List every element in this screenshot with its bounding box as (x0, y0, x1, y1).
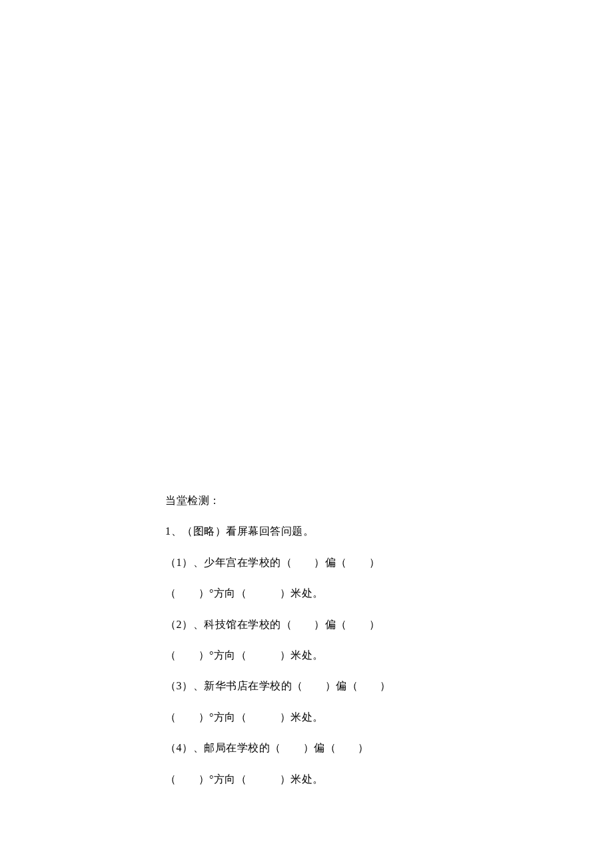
item-4-line-1: （4）、邮局在学校的（ ）偏（ ） (165, 741, 458, 755)
section-title: 当堂检测： (165, 493, 458, 508)
question-intro: 1、（图略）看屏幕回答问题。 (165, 524, 458, 539)
item-2-line-1: （2）、科技馆在学校的（ ）偏（ ） (165, 617, 458, 632)
content-block: 当堂检测： 1、（图略）看屏幕回答问题。 （1）、少年宫在学校的（ ）偏（ ） … (165, 493, 458, 787)
item-1-line-1: （1）、少年宫在学校的（ ）偏（ ） (165, 555, 458, 570)
item-2-line-2: （ ）°方向（ ）米处。 (165, 648, 458, 663)
item-3-line-1: （3）、新华书店在学校的（ ）偏（ ） (165, 679, 458, 693)
item-3-line-2: （ ）°方向（ ）米处。 (165, 710, 458, 725)
document-page: 当堂检测： 1、（图略）看屏幕回答问题。 （1）、少年宫在学校的（ ）偏（ ） … (0, 0, 613, 868)
item-1-line-2: （ ）°方向（ ）米处。 (165, 586, 458, 601)
item-4-line-2: （ ）°方向（ ）米处。 (165, 772, 458, 787)
